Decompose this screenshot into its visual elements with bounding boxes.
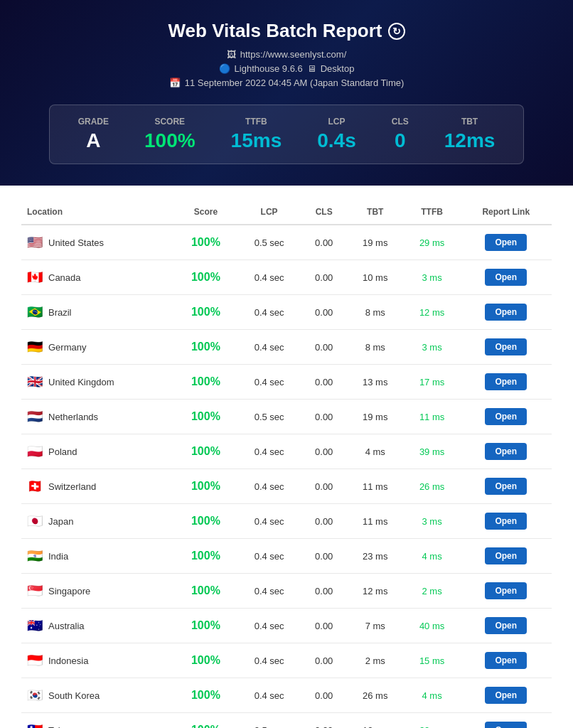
calendar-icon: 📅	[169, 77, 181, 88]
report-cell: Open	[461, 574, 552, 609]
lcp-cell: 0.5 sec	[237, 400, 301, 434]
cls-cell: 0.00	[301, 609, 347, 643]
ttfb-cell: 20 ms	[404, 713, 461, 729]
table-row: 🇺🇸 United States 100% 0.5 sec 0.00 19 ms…	[21, 225, 552, 260]
score-value: 100%	[191, 410, 220, 422]
lcp-cell: 0.4 sec	[237, 504, 301, 539]
location-cell: 🇹🇼 Taiwan	[21, 713, 174, 729]
ttfb-cell: 15 ms	[404, 643, 461, 678]
url-icon: 🖼	[227, 49, 236, 60]
report-cell: Open	[461, 260, 552, 295]
ttfb-cell: 11 ms	[404, 400, 461, 434]
cls-cell: 0.00	[301, 678, 347, 713]
flag-icon: 🇬🇧	[27, 374, 43, 390]
cls-cell: 0.00	[301, 574, 347, 609]
ttfb-item: TTFB 15ms	[231, 117, 282, 152]
table-header: Location Score LCP CLS TBT TTFB Report L…	[21, 200, 552, 225]
location-name: Poland	[48, 446, 77, 457]
score-value: 100%	[191, 584, 220, 596]
score-cell: 100%	[174, 469, 237, 504]
score-cell: 100%	[174, 365, 237, 400]
ttfb-label: TTFB	[231, 117, 282, 127]
location-cell: 🇺🇸 United States	[21, 225, 174, 260]
cls-cell: 0.00	[301, 643, 347, 678]
table-body: 🇺🇸 United States 100% 0.5 sec 0.00 19 ms…	[21, 225, 552, 728]
location-cell: 🇧🇷 Brazil	[21, 295, 174, 330]
score-cell: 100%	[174, 678, 237, 713]
score-value: 100%	[191, 341, 220, 353]
score-cell: 100%	[174, 504, 237, 539]
flag-icon: 🇨🇦	[27, 269, 43, 285]
report-cell: Open	[461, 643, 552, 678]
location-name: Switzerland	[48, 481, 96, 492]
datetime-text: 11 September 2022 04:45 AM (Japan Standa…	[185, 77, 405, 88]
flag-icon: 🇨🇭	[27, 478, 43, 494]
location-cell: 🇵🇱 Poland	[21, 434, 174, 469]
open-button[interactable]: Open	[485, 338, 527, 355]
location-cell: 🇮🇩 Indonesia	[21, 643, 174, 678]
lcp-cell: 0.4 sec	[237, 678, 301, 713]
score-value: 100%	[191, 724, 220, 728]
open-button[interactable]: Open	[485, 478, 527, 495]
open-button[interactable]: Open	[485, 652, 527, 669]
header-row: Location Score LCP CLS TBT TTFB Report L…	[21, 200, 552, 225]
location-name: South Korea	[48, 690, 100, 701]
url-text: https://www.seenlyst.com/	[240, 49, 347, 60]
location-name: United Kingdom	[48, 377, 114, 387]
table-row: 🇯🇵 Japan 100% 0.4 sec 0.00 11 ms 3 ms Op…	[21, 504, 552, 539]
table-row: 🇮🇳 India 100% 0.4 sec 0.00 23 ms 4 ms Op…	[21, 539, 552, 574]
open-button[interactable]: Open	[485, 373, 527, 390]
score-cell: 100%	[174, 574, 237, 609]
open-button[interactable]: Open	[485, 547, 527, 564]
table-row: 🇨🇦 Canada 100% 0.4 sec 0.00 10 ms 3 ms O…	[21, 260, 552, 295]
grade-value: A	[78, 129, 109, 152]
score-cell: 100%	[174, 643, 237, 678]
lighthouse-meta: 🔵 Lighthouse 9.6.6 🖥 Desktop	[14, 63, 559, 74]
open-button[interactable]: Open	[485, 269, 527, 286]
score-value: 100%	[191, 550, 220, 562]
table-row: 🇬🇧 United Kingdom 100% 0.4 sec 0.00 13 m…	[21, 365, 552, 400]
tbt-cell: 10 ms	[347, 713, 404, 729]
tbt-cell: 2 ms	[347, 643, 404, 678]
report-cell: Open	[461, 434, 552, 469]
cls-cell: 0.00	[301, 330, 347, 365]
refresh-icon[interactable]: ↻	[388, 23, 405, 40]
score-value: 100%	[191, 306, 220, 318]
open-button[interactable]: Open	[485, 408, 527, 425]
open-button[interactable]: Open	[485, 687, 527, 704]
score-value: 100%	[191, 236, 220, 248]
page-title: Web Vitals Batch Report ↻	[14, 20, 559, 42]
lcp-cell: 0.4 sec	[237, 365, 301, 400]
report-cell: Open	[461, 295, 552, 330]
cls-item: CLS 0	[392, 117, 409, 152]
open-button[interactable]: Open	[485, 443, 527, 460]
col-location: Location	[21, 200, 174, 225]
table-row: 🇮🇩 Indonesia 100% 0.4 sec 0.00 2 ms 15 m…	[21, 643, 552, 678]
score-value: 100%	[191, 480, 220, 492]
report-cell: Open	[461, 225, 552, 260]
tbt-value: 12ms	[444, 129, 496, 152]
open-button[interactable]: Open	[485, 582, 527, 599]
score-value: 100%	[191, 689, 220, 701]
table-row: 🇹🇼 Taiwan 100% 0.5 sec 0.00 10 ms 20 ms …	[21, 713, 552, 729]
score-cell: 100%	[174, 609, 237, 643]
flag-icon: 🇧🇷	[27, 304, 43, 320]
cls-cell: 0.00	[301, 539, 347, 574]
score-cell: 100%	[174, 539, 237, 574]
cls-cell: 0.00	[301, 225, 347, 260]
open-button[interactable]: Open	[485, 617, 527, 634]
ttfb-cell: 4 ms	[404, 678, 461, 713]
location-cell: 🇨🇭 Switzerland	[21, 469, 174, 504]
score-item: Score 100%	[144, 117, 196, 152]
flag-icon: 🇩🇪	[27, 339, 43, 355]
col-tbt: TBT	[347, 200, 404, 225]
tbt-cell: 8 ms	[347, 330, 404, 365]
open-button[interactable]: Open	[485, 513, 527, 530]
open-button[interactable]: Open	[485, 234, 527, 251]
location-name: Indonesia	[48, 655, 88, 666]
location-cell: 🇯🇵 Japan	[21, 504, 174, 539]
score-value: 100%	[191, 515, 220, 527]
score-value: 100%	[191, 445, 220, 457]
open-button[interactable]: Open	[485, 304, 527, 321]
open-button[interactable]: Open	[485, 722, 527, 728]
